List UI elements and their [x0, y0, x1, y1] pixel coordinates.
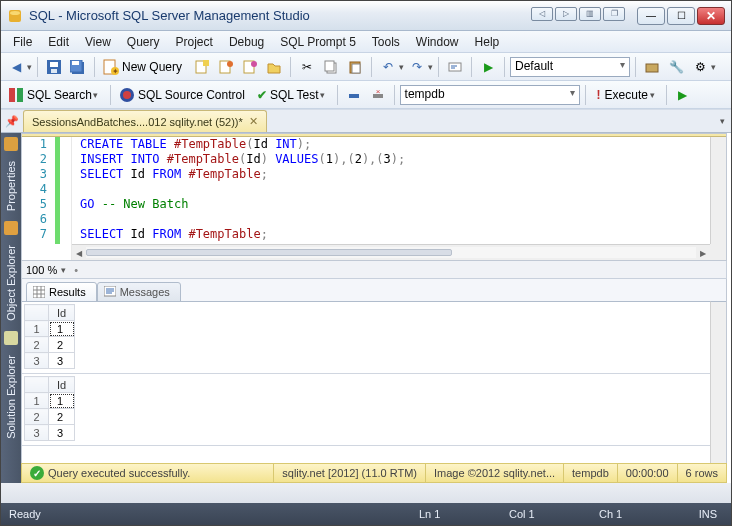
status-ready: Ready [9, 508, 41, 520]
svg-rect-21 [449, 63, 461, 71]
database-combo[interactable]: tempdb [400, 85, 580, 105]
menu-sqlprompt[interactable]: SQL Prompt 5 [272, 33, 364, 51]
sql-editor[interactable]: ⇕ 1234567 CREATE TABLE #TempTable(Id INT… [21, 133, 727, 261]
table-row[interactable]: 22 [25, 409, 75, 425]
code-content[interactable]: CREATE TABLE #TempTable(Id INT);INSERT I… [76, 137, 710, 244]
document-tab[interactable]: SessionsAndBatches....012 sqlity.net (52… [23, 110, 267, 132]
app-status-bar: Ready Ln 1 Col 1 Ch 1 INS [1, 503, 731, 525]
table-row[interactable]: 33 [25, 353, 75, 369]
results-tab-strip: Results Messages [22, 279, 726, 301]
svg-rect-24 [646, 64, 658, 72]
help-restore-button[interactable]: ❐ [603, 7, 625, 21]
results-vertical-scrollbar[interactable] [710, 301, 726, 464]
cut-button[interactable]: ✂ [296, 56, 318, 78]
svg-point-1 [10, 11, 20, 15]
new-query-label: New Query [122, 60, 182, 74]
svg-rect-28 [349, 94, 359, 98]
scroll-left-icon[interactable]: ◀ [72, 247, 86, 259]
success-icon: ✓ [30, 466, 44, 480]
close-button[interactable]: ✕ [697, 7, 725, 25]
debug-button[interactable]: ▶ [672, 84, 694, 106]
document-tab-close-icon[interactable]: ✕ [249, 115, 258, 128]
table-row[interactable]: 11 [25, 393, 75, 409]
maximize-button[interactable]: ☐ [667, 7, 695, 25]
status-db: tempdb [564, 464, 618, 482]
app-icon [7, 8, 23, 24]
zoom-dropdown-icon[interactable]: ▾ [61, 265, 66, 275]
redgate-toolbar: SQL Search ▾ SQL Source Control ✔ SQL Te… [1, 81, 731, 109]
execute-label: Execute [605, 88, 648, 102]
svg-text:✦: ✦ [112, 67, 119, 75]
sql-search-icon [8, 87, 24, 103]
sql-test-button[interactable]: ✔ SQL Test ▾ [254, 84, 332, 106]
menu-project[interactable]: Project [168, 33, 221, 51]
status-time: 00:00:00 [618, 464, 678, 482]
redo-button[interactable]: ↷ [406, 56, 428, 78]
zoom-combo[interactable]: 100 % [26, 264, 57, 276]
copy-button[interactable] [320, 56, 342, 78]
properties-icon[interactable] [4, 137, 18, 151]
save-all-button[interactable] [67, 56, 89, 78]
scroll-corner [710, 244, 726, 260]
editor-horizontal-scrollbar[interactable]: ◀ ▶ [72, 244, 710, 260]
sql-search-label: SQL Search [27, 88, 92, 102]
tab-overflow-button[interactable]: ▾ [720, 116, 725, 126]
menu-debug[interactable]: Debug [221, 33, 272, 51]
new-query-button[interactable]: ✦ New Query [100, 56, 189, 78]
results-tab[interactable]: Results [26, 282, 97, 302]
help-arrow-left-button[interactable]: ◁ [531, 7, 553, 21]
pin-icon[interactable]: 📌 [5, 115, 19, 128]
menu-file[interactable]: File [5, 33, 40, 51]
scroll-right-icon[interactable]: ▶ [696, 247, 710, 259]
open-button[interactable] [263, 56, 285, 78]
new-item-1-button[interactable] [191, 56, 213, 78]
query-status-bar: ✓ Query executed successfully. sqlity.ne… [21, 463, 727, 483]
scroll-thumb[interactable] [86, 249, 452, 256]
table-row[interactable]: 11 [25, 321, 75, 337]
footer-gap [1, 483, 731, 503]
save-button[interactable] [43, 56, 65, 78]
menu-help[interactable]: Help [467, 33, 508, 51]
back-button[interactable]: ◀ [5, 56, 27, 78]
status-ch: Ch 1 [593, 508, 683, 520]
svg-rect-12 [203, 60, 209, 66]
object-explorer-tab[interactable]: Object Explorer [3, 239, 19, 327]
toolbox-button[interactable] [641, 56, 663, 78]
find-button[interactable] [444, 56, 466, 78]
menu-edit[interactable]: Edit [40, 33, 77, 51]
results-grid-icon [33, 286, 45, 298]
menu-view[interactable]: View [77, 33, 119, 51]
menu-query[interactable]: Query [119, 33, 168, 51]
menu-tools[interactable]: Tools [364, 33, 408, 51]
minimize-button[interactable]: — [637, 7, 665, 25]
execute-button[interactable]: ! Execute ▾ [591, 84, 661, 106]
gear-icon-button[interactable]: ⚙ [689, 56, 711, 78]
solution-config-combo[interactable]: Default [510, 57, 630, 77]
paste-button[interactable] [344, 56, 366, 78]
connection-button[interactable] [343, 84, 365, 106]
sql-search-button[interactable]: SQL Search ▾ [5, 84, 105, 106]
wrench-icon-button[interactable]: 🔧 [665, 56, 687, 78]
svg-point-16 [251, 61, 257, 67]
table-row[interactable]: 22 [25, 337, 75, 353]
start-debug-button[interactable]: ▶ [477, 56, 499, 78]
undo-button[interactable]: ↶ [377, 56, 399, 78]
new-item-2-button[interactable] [215, 56, 237, 78]
editor-vertical-scrollbar[interactable] [710, 137, 726, 244]
object-explorer-icon[interactable] [4, 221, 18, 235]
title-bar: SQL - Microsoft SQL Server Management St… [1, 1, 731, 31]
properties-tab[interactable]: Properties [3, 155, 19, 217]
solution-explorer-tab[interactable]: Solution Explorer [3, 349, 19, 445]
menu-window[interactable]: Window [408, 33, 467, 51]
change-connection-button[interactable]: × [367, 84, 389, 106]
status-user: Image ©2012 sqlity.net... [426, 464, 564, 482]
solution-explorer-icon[interactable] [4, 331, 18, 345]
status-rows: 6 rows [678, 464, 726, 482]
help-split-button[interactable]: ▥ [579, 7, 601, 21]
table-row[interactable]: 33 [25, 425, 75, 441]
new-item-3-button[interactable] [239, 56, 261, 78]
messages-tab[interactable]: Messages [97, 282, 181, 302]
help-arrow-right-button[interactable]: ▷ [555, 7, 577, 21]
zoom-bar: 100 % ▾ • [21, 261, 727, 279]
sql-source-control-button[interactable]: SQL Source Control [116, 84, 252, 106]
